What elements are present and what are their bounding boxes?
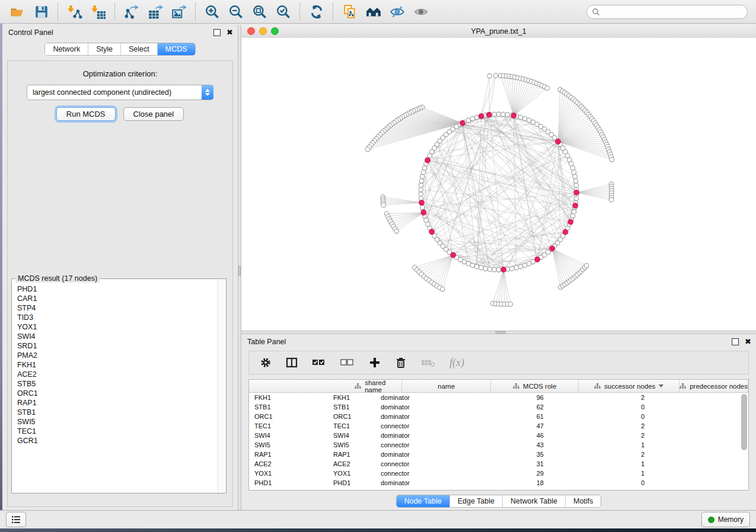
close-panel-icon[interactable]: ✖ [745,339,751,345]
table-tab[interactable]: Motifs [565,495,601,507]
show-all-button[interactable] [410,2,432,21]
select-all-button[interactable] [312,357,326,368]
cell-mcds-role: dominator [375,451,464,458]
save-session-button[interactable] [31,2,52,21]
mcds-result-item[interactable]: FKH1 [17,360,218,370]
task-history-button[interactable] [6,512,26,527]
cell-shared-name: PHD1 [249,479,328,486]
float-panel-icon[interactable] [213,29,221,36]
import-table-button[interactable] [88,2,109,21]
table-column-header[interactable]: successor nodes [579,380,680,392]
mcds-result-item[interactable]: RAP1 [17,398,218,408]
export-network-button[interactable] [121,2,142,21]
cell-predecessor-nodes: 2 [552,451,653,458]
cell-predecessor-nodes: 0 [552,413,653,420]
control-panel-tabs: NetworkStyleSelectMCDS [44,43,195,56]
mcds-result-item[interactable]: STB1 [17,408,218,417]
control-panel-tab[interactable]: Network [45,43,88,55]
table-row[interactable]: PHD1 PHD1 dominator 18 0 [249,478,748,488]
mcds-result-item[interactable]: PMA2 [17,351,218,360]
mcds-result-list: PHD1CAR1STP4TID3YOX1SWI4SRD1PMA2FKH1ACE2… [12,280,218,492]
mcds-result-item[interactable]: CAR1 [17,294,218,303]
open-file-button[interactable] [7,2,28,21]
close-panel-icon[interactable]: ✖ [227,30,233,36]
show-column-button[interactable] [286,357,298,368]
column-header-label: shared name [365,379,401,393]
cell-name: TEC1 [328,422,375,430]
run-mcds-button[interactable]: Run MCDS [56,107,116,121]
table-row[interactable]: SWI4 SWI4 dominator 46 2 [249,431,748,440]
delete-column-button[interactable] [395,357,407,368]
table-panel: Table Panel ✖ [241,334,756,511]
mcds-result-item[interactable]: ACE2 [17,370,218,379]
mcds-result-item[interactable]: ORC1 [17,389,218,398]
network-canvas[interactable] [241,38,756,331]
result-scrollbar[interactable] [218,280,225,492]
mcds-result-item[interactable]: SWI4 [17,332,218,341]
network-svg [241,38,756,331]
deselect-all-button[interactable] [340,357,355,368]
mcds-result-item[interactable]: STP4 [17,303,218,313]
minimize-window-icon[interactable] [259,27,267,35]
control-panel-tab[interactable]: Style [88,43,120,55]
table-column-header[interactable]: MCDS role [491,380,579,392]
cell-mcds-role: connector [375,422,464,430]
float-panel-icon[interactable] [732,338,739,345]
table-column-header[interactable]: predecessor nodes [680,380,748,392]
cell-successor-nodes: 18 [464,479,552,486]
close-panel-button[interactable]: Close panel [123,107,184,121]
duplicate-network-button[interactable] [339,2,361,21]
zoom-in-button[interactable] [202,2,223,21]
network-window-titlebar[interactable]: YPA_prune.txt_1 [241,25,756,39]
export-table-button[interactable] [145,2,166,21]
table-scrollbar-thumb[interactable] [741,394,747,450]
mcds-result-item[interactable]: YOX1 [17,322,218,332]
table-row[interactable]: TEC1 TEC1 connector 47 2 [249,421,748,431]
zoom-fit-button[interactable] [249,2,270,21]
mcds-result-item[interactable]: TID3 [17,313,218,322]
memory-button[interactable]: Memory [701,512,750,527]
cell-predecessor-nodes: 0 [552,403,653,411]
import-network-button[interactable] [64,2,85,21]
cell-successor-nodes: 35 [464,451,552,458]
zoom-selected-button[interactable] [273,2,294,21]
table-row[interactable]: RAP1 RAP1 dominator 35 2 [249,450,748,459]
table-tab[interactable]: Node Table [397,495,449,507]
cell-successor-nodes: 46 [464,432,552,439]
table-column-header[interactable]: shared name [355,380,402,392]
table-row[interactable]: FKH1 FKH1 dominator 96 2 [249,393,748,402]
close-window-icon[interactable] [247,27,255,35]
mcds-result-item[interactable]: SRD1 [17,341,218,351]
mcds-result-item[interactable]: TEC1 [17,427,218,436]
cell-predecessor-nodes: 0 [552,479,653,486]
table-tab[interactable]: Network Table [502,495,565,507]
refresh-button[interactable] [306,2,327,21]
search-field[interactable] [586,5,748,19]
export-image-button[interactable] [168,2,190,21]
maximize-window-icon[interactable] [271,27,279,35]
hide-selected-button[interactable] [387,2,408,21]
first-neighbors-button[interactable] [363,2,384,21]
table-row[interactable]: SWI5 SWI5 connector 43 1 [249,440,748,450]
criterion-dropdown[interactable]: largest connected component (undirected) [27,85,213,100]
mcds-result-item[interactable]: SWI5 [17,417,218,427]
splitter-grip[interactable] [238,265,241,276]
table-row[interactable]: YOX1 YOX1 connector 29 1 [249,469,748,478]
control-panel-tab[interactable]: MCDS [157,43,195,55]
table-row[interactable]: ACE2 ACE2 connector 31 1 [249,459,748,469]
mcds-result-item[interactable]: PHD1 [17,284,218,294]
search-input[interactable] [600,7,747,17]
table-settings-button[interactable] [260,357,272,368]
add-column-button[interactable] [369,357,381,368]
splitter-grip[interactable] [495,331,506,334]
table-row[interactable]: STB1 STB1 dominator 62 0 [249,402,748,412]
mcds-result-item[interactable]: GCR1 [17,436,218,446]
mcds-result-item[interactable]: STB5 [17,379,218,389]
table-column-header[interactable]: name [402,380,491,392]
cell-predecessor-nodes: 1 [552,441,653,448]
table-tab[interactable]: Edge Table [449,495,502,507]
control-panel-tab[interactable]: Select [120,43,157,55]
duplicate-network-icon [342,4,358,20]
zoom-out-button[interactable] [225,2,247,21]
table-row[interactable]: ORC1 ORC1 dominator 61 0 [249,412,748,421]
